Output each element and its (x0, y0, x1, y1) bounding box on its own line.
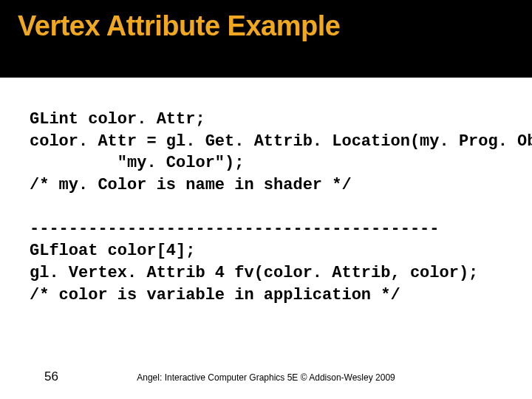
code-block: GLint color. Attr; color. Attr = gl. Get… (0, 78, 532, 306)
code-line: gl. Vertex. Attrib 4 fv(color. Attrib, c… (30, 264, 478, 282)
copyright: Angel: Interactive Computer Graphics 5E … (0, 372, 532, 383)
slide: Vertex Attribute Example GLint color. At… (0, 0, 532, 399)
slide-title: Vertex Attribute Example (18, 10, 532, 42)
code-line: color. Attr = gl. Get. Attrib. Location(… (30, 132, 532, 151)
code-line: GLfloat color[4]; (30, 242, 195, 260)
code-line: "my. Color"); (30, 154, 244, 172)
code-line: /* color is variable in application */ (30, 286, 400, 304)
title-bar: Vertex Attribute Example (0, 0, 532, 78)
code-line: GLint color. Attr; (30, 110, 205, 129)
code-line: ----------------------------------------… (30, 219, 440, 238)
code-line: /* my. Color is name in shader */ (30, 176, 352, 194)
